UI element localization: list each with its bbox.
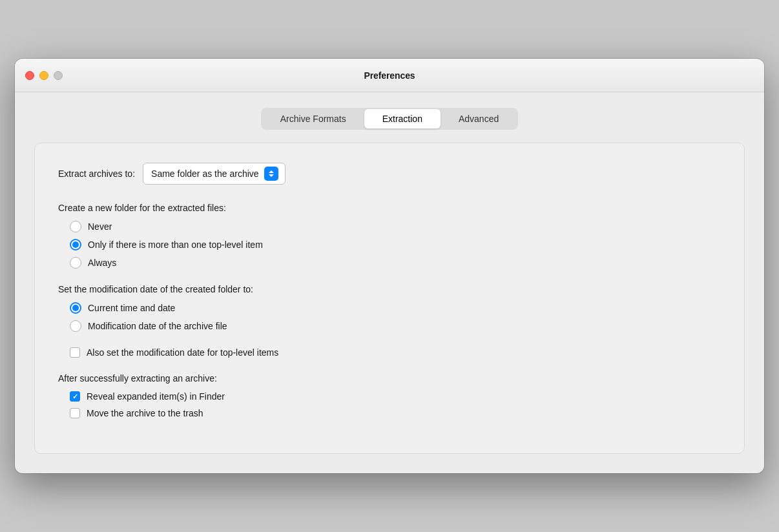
after-extract-heading: After successfully extracting an archive… bbox=[58, 373, 721, 384]
tab-extraction[interactable]: Extraction bbox=[364, 109, 441, 128]
tab-advanced[interactable]: Advanced bbox=[441, 109, 517, 128]
checkbox-reveal-finder[interactable]: Reveal expanded item(s) in Finder bbox=[70, 391, 721, 402]
checkbox-reveal-finder-label: Reveal expanded item(s) in Finder bbox=[87, 391, 225, 402]
checkbox-move-trash[interactable]: Move the archive to the trash bbox=[70, 408, 721, 418]
title-bar: Preferences bbox=[15, 59, 764, 92]
extract-to-select[interactable]: Same folder as the archive bbox=[143, 163, 286, 185]
new-folder-radio-group: Never Only if there is more than one top… bbox=[70, 221, 721, 269]
window-controls bbox=[25, 71, 63, 80]
radio-current-time-label: Current time and date bbox=[88, 303, 175, 313]
radio-current-time-circle bbox=[70, 302, 81, 314]
minimize-button[interactable] bbox=[39, 71, 48, 80]
tab-group: Archive Formats Extraction Advanced bbox=[261, 108, 518, 130]
radio-only-if-more-label: Only if there is more than one top-level… bbox=[88, 240, 263, 250]
extract-to-value: Same folder as the archive bbox=[151, 169, 259, 179]
radio-mod-date-archive[interactable]: Modification date of the archive file bbox=[70, 320, 721, 332]
tab-bar: Archive Formats Extraction Advanced bbox=[34, 108, 745, 130]
new-folder-heading: Create a new folder for the extracted fi… bbox=[58, 203, 721, 213]
checkbox-also-set-mod-date[interactable]: Also set the modification date for top-l… bbox=[70, 347, 721, 358]
checkbox-move-trash-label: Move the archive to the trash bbox=[87, 408, 203, 418]
also-set-checkbox-group: Also set the modification date for top-l… bbox=[70, 347, 721, 358]
checkbox-also-set-mod-date-label: Also set the modification date for top-l… bbox=[87, 347, 278, 358]
close-button[interactable] bbox=[25, 71, 34, 80]
window-title: Preferences bbox=[364, 70, 415, 81]
maximize-button[interactable] bbox=[54, 71, 63, 80]
extract-to-row: Extract archives to: Same folder as the … bbox=[58, 163, 721, 185]
checkbox-reveal-finder-box bbox=[70, 391, 80, 402]
radio-current-time[interactable]: Current time and date bbox=[70, 302, 721, 314]
radio-always-circle bbox=[70, 257, 81, 269]
radio-never-circle bbox=[70, 221, 81, 232]
extraction-panel: Extract archives to: Same folder as the … bbox=[34, 143, 745, 454]
checkbox-move-trash-box bbox=[70, 408, 80, 418]
checkbox-also-set-mod-date-box bbox=[70, 347, 80, 358]
extract-to-label: Extract archives to: bbox=[58, 169, 135, 179]
after-extract-checkbox-group: Reveal expanded item(s) in Finder Move t… bbox=[70, 391, 721, 418]
radio-always-label: Always bbox=[88, 258, 116, 268]
mod-date-heading: Set the modification date of the created… bbox=[58, 284, 721, 294]
radio-mod-date-archive-circle bbox=[70, 320, 81, 332]
content-area: Archive Formats Extraction Advanced Extr… bbox=[15, 92, 764, 473]
stepper-icon bbox=[264, 167, 278, 181]
radio-mod-date-archive-label: Modification date of the archive file bbox=[88, 321, 227, 331]
radio-only-if-more-circle bbox=[70, 239, 81, 251]
radio-never-label: Never bbox=[88, 221, 112, 232]
tab-archive-formats[interactable]: Archive Formats bbox=[262, 109, 364, 128]
mod-date-radio-group: Current time and date Modification date … bbox=[70, 302, 721, 332]
radio-always[interactable]: Always bbox=[70, 257, 721, 269]
radio-only-if-more[interactable]: Only if there is more than one top-level… bbox=[70, 239, 721, 251]
radio-never[interactable]: Never bbox=[70, 221, 721, 232]
preferences-window: Preferences Archive Formats Extraction A… bbox=[15, 59, 764, 473]
